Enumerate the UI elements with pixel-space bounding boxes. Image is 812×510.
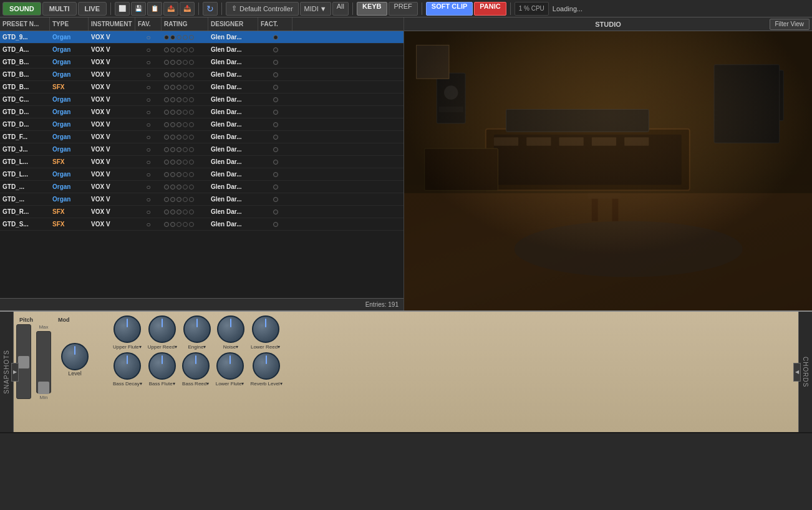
separator-1 bbox=[110, 2, 111, 15]
knob-top-0[interactable] bbox=[114, 315, 141, 343]
table-row[interactable]: GTD_... Organ VOX V ○ Glen Dar... bbox=[0, 193, 404, 206]
top-bar: SOUND MULTI LIVE ⬜ 💾 📋 📤 📥 ↻ ⇧ Default C… bbox=[0, 0, 812, 17]
preset-fact bbox=[258, 135, 292, 140]
table-row[interactable]: GTD_C... Organ VOX V ○ Glen Dar... bbox=[0, 94, 404, 106]
midi-button[interactable]: MIDI ▼ bbox=[300, 2, 331, 16]
preset-instrument: VOX V bbox=[89, 96, 135, 103]
rating-dot bbox=[170, 135, 175, 140]
preset-fav: ○ bbox=[135, 183, 162, 191]
separator-3 bbox=[221, 2, 222, 15]
knob-label-top-2: Engine▾ bbox=[188, 344, 206, 350]
table-row[interactable]: GTD_A... Organ VOX V ○ Glen Dar... bbox=[0, 44, 404, 56]
rating-dot bbox=[189, 172, 194, 177]
table-row[interactable]: GTD_S... SFX VOX V ○ Glen Dar... bbox=[0, 218, 404, 231]
table-row[interactable]: GTD_D... Organ VOX V ○ Glen Dar... bbox=[0, 106, 404, 118]
rating-dot bbox=[170, 172, 175, 177]
col-header-instrument: INSTRUMENT bbox=[89, 17, 135, 31]
knob-bottom-0[interactable] bbox=[114, 352, 141, 380]
preset-rating bbox=[162, 160, 208, 165]
keyboard-section bbox=[0, 432, 812, 510]
right-arrow-button[interactable]: ◀ bbox=[793, 363, 801, 382]
table-row[interactable]: GTD_B... Organ VOX V ○ Glen Dar... bbox=[0, 56, 404, 69]
rating-dot bbox=[170, 72, 175, 77]
knob-top-3[interactable] bbox=[217, 315, 244, 343]
fact-dot bbox=[273, 209, 278, 214]
rating-dot bbox=[183, 222, 188, 227]
left-arrow-button[interactable]: ▶ bbox=[11, 363, 19, 382]
softclip-button[interactable]: SOFT CLIP bbox=[426, 2, 473, 16]
preset-fact bbox=[258, 72, 292, 77]
fact-dot bbox=[273, 172, 278, 177]
table-row[interactable]: GTD_J... Organ VOX V ○ Glen Dar... bbox=[0, 143, 404, 156]
rating-dot bbox=[189, 60, 194, 65]
rating-dot bbox=[189, 47, 194, 52]
mod-max-label: Max bbox=[39, 324, 48, 330]
preset-designer: Glen Dar... bbox=[208, 196, 258, 203]
table-row[interactable]: GTD_F... Organ VOX V ○ Glen Dar... bbox=[0, 131, 404, 143]
rating-dot bbox=[189, 72, 194, 77]
preset-name: GTD_J... bbox=[0, 146, 50, 153]
refresh-button[interactable]: ↻ bbox=[203, 2, 218, 16]
preset-type: Organ bbox=[50, 59, 89, 65]
knob-bottom-3[interactable] bbox=[216, 352, 244, 380]
rating-dot bbox=[164, 47, 169, 52]
multi-tab[interactable]: MULTI bbox=[42, 2, 77, 16]
pm-labels: Pitch Mod bbox=[19, 317, 108, 323]
table-row[interactable]: GTD_B... SFX VOX V ○ Glen Dar... bbox=[0, 81, 404, 94]
preset-fact bbox=[258, 147, 292, 152]
knob-bottom-4[interactable] bbox=[253, 352, 280, 380]
preset-rating bbox=[162, 172, 208, 177]
preset-fav: ○ bbox=[135, 208, 162, 216]
mod-slider-thumb bbox=[38, 382, 49, 394]
preset-type: Organ bbox=[50, 121, 89, 128]
save-icon[interactable]: 💾 bbox=[131, 2, 146, 16]
mod-slider[interactable] bbox=[36, 331, 51, 393]
entries-label: Entries: bbox=[365, 301, 387, 308]
keyb-button[interactable]: KEYB bbox=[357, 2, 387, 16]
knob-top-1[interactable] bbox=[148, 315, 176, 343]
filter-view-button[interactable]: Filter View bbox=[770, 19, 810, 30]
table-row[interactable]: GTD_B... Organ VOX V ○ Glen Dar... bbox=[0, 69, 404, 81]
col-header-rating: RATING bbox=[162, 17, 208, 31]
chords-label: CHORDS bbox=[802, 357, 809, 387]
preset-designer: Glen Dar... bbox=[208, 46, 258, 53]
preset-type: Organ bbox=[50, 171, 89, 178]
knob-bottom-2[interactable] bbox=[182, 352, 210, 380]
knob-item-top-4: Lower Reed▾ bbox=[251, 315, 280, 350]
knob-bottom-1[interactable] bbox=[148, 352, 176, 380]
pitch-slider-container bbox=[16, 324, 31, 399]
pitch-slider[interactable] bbox=[16, 324, 31, 399]
table-row[interactable]: GTD_L... Organ VOX V ○ Glen Dar... bbox=[0, 168, 404, 181]
controller-selector[interactable]: ⇧ Default Controller bbox=[226, 2, 299, 16]
table-row[interactable]: GTD_R... SFX VOX V ○ Glen Dar... bbox=[0, 206, 404, 218]
knob-top-2[interactable] bbox=[183, 315, 211, 343]
rating-dot bbox=[176, 135, 181, 140]
panic-button[interactable]: PANIC bbox=[474, 2, 506, 16]
preset-type: Organ bbox=[50, 146, 89, 153]
controller-label: Default Controller bbox=[239, 5, 293, 12]
copy-icon[interactable]: 📋 bbox=[147, 2, 162, 16]
rating-dot bbox=[164, 60, 169, 65]
main-area: PRESET N... TYPE INSTRUMENT FAV. RATING … bbox=[0, 17, 812, 310]
fact-dot bbox=[273, 47, 278, 52]
all-button[interactable]: All bbox=[332, 2, 349, 16]
preset-type: Organ bbox=[50, 133, 89, 140]
col-header-designer: DESIGNER bbox=[208, 17, 258, 31]
rating-dot bbox=[164, 147, 169, 152]
table-row[interactable]: GTD_9... Organ VOX V ○ Glen Dar... bbox=[0, 31, 404, 44]
sound-tab[interactable]: SOUND bbox=[2, 2, 41, 16]
import-icon[interactable]: 📥 bbox=[180, 2, 195, 16]
rating-dot bbox=[189, 97, 194, 102]
table-row[interactable]: GTD_D... Organ VOX V ○ Glen Dar... bbox=[0, 118, 404, 131]
table-row[interactable]: GTD_L... SFX VOX V ○ Glen Dar... bbox=[0, 156, 404, 168]
new-icon[interactable]: ⬜ bbox=[115, 2, 130, 16]
studio-image bbox=[404, 31, 812, 310]
pref-button[interactable]: PREF bbox=[389, 2, 418, 16]
level-knob[interactable] bbox=[61, 343, 89, 370]
table-row[interactable]: GTD_... Organ VOX V ○ Glen Dar... bbox=[0, 181, 404, 193]
export-icon[interactable]: 📤 bbox=[163, 2, 178, 16]
live-tab[interactable]: LIVE bbox=[78, 2, 107, 16]
knob-label-bottom-0: Bass Decay▾ bbox=[113, 381, 142, 387]
knob-label-bottom-4: Reverb Level▾ bbox=[250, 381, 282, 387]
knob-top-4[interactable] bbox=[252, 315, 279, 343]
